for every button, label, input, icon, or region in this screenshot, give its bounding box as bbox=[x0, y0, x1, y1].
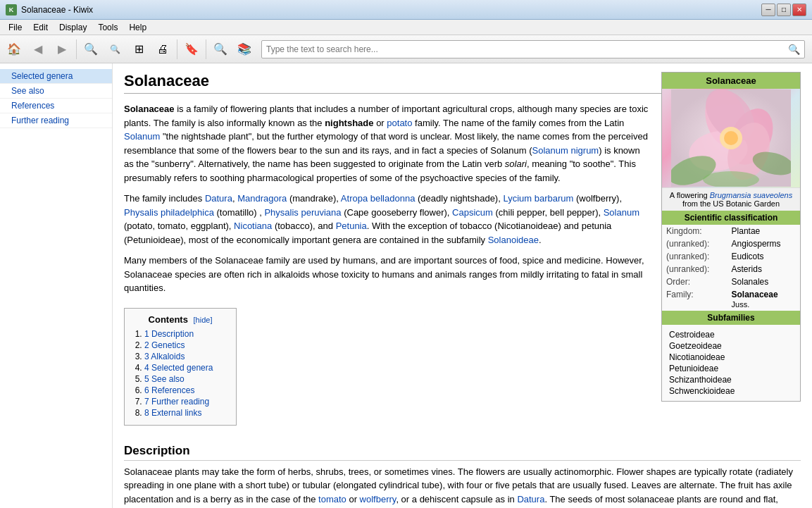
hide-link[interactable]: [hide] bbox=[194, 316, 213, 324]
main-area: Selected genera See also References Furt… bbox=[0, 63, 812, 508]
print-button[interactable]: 🖨 bbox=[151, 38, 174, 61]
infobox-image bbox=[662, 89, 800, 187]
search-input[interactable] bbox=[266, 44, 788, 54]
toc-item-5: 5 See also bbox=[144, 374, 227, 384]
zoom-out-button[interactable]: 🔍 bbox=[104, 38, 126, 61]
toc-item-3: 3 Alkaloids bbox=[144, 352, 227, 361]
brugmansia-link[interactable]: Brugmansia suaveolens bbox=[710, 191, 792, 199]
infobox-title: Solanaceae bbox=[662, 73, 800, 89]
sidebar-item-references[interactable]: References bbox=[0, 99, 112, 113]
menubar: File Edit Display Tools Help bbox=[0, 20, 812, 35]
menu-edit[interactable]: Edit bbox=[27, 21, 54, 34]
view-button[interactable]: ⊞ bbox=[127, 38, 150, 61]
menu-file[interactable]: File bbox=[3, 21, 27, 34]
subfamily-3: Nicotianoideae bbox=[666, 352, 796, 363]
sci-value-unranked3: Asterids bbox=[727, 263, 800, 275]
subfamily-1: Cestroideae bbox=[666, 329, 796, 340]
minimize-button[interactable]: ─ bbox=[761, 4, 775, 16]
toc-link-6[interactable]: 6 References bbox=[144, 385, 194, 395]
sci-label-unranked1: (unranked): bbox=[662, 237, 727, 250]
subfamily-6: Schwenckioideae bbox=[666, 385, 796, 397]
toolbar-sep-2 bbox=[177, 39, 177, 59]
mandragora-link[interactable]: Mandragora bbox=[237, 193, 287, 204]
sci-label-order: Order: bbox=[662, 275, 727, 288]
toolbar-sep-1 bbox=[76, 39, 77, 59]
sci-value-kingdom: Plantae bbox=[727, 225, 800, 237]
subfamily-4: Petunioideae bbox=[666, 363, 796, 374]
table-row: Order: Solanales bbox=[662, 275, 800, 288]
nicotiana-link[interactable]: Nicotiana bbox=[234, 221, 272, 231]
subfamilies-title: Subfamilies bbox=[662, 311, 800, 325]
search-submit-icon[interactable]: 🔍 bbox=[788, 44, 800, 55]
physalis-p-link[interactable]: Physalis philadelphica bbox=[124, 207, 214, 218]
find-button[interactable]: 🔍 bbox=[209, 38, 232, 61]
atropa-link[interactable]: Atropa belladonna bbox=[341, 193, 416, 204]
sci-value-family: SolanaceaeJuss. bbox=[727, 288, 800, 311]
app-icon: K bbox=[6, 4, 17, 16]
forward-button[interactable]: ▶ bbox=[51, 38, 73, 61]
toc-item-1: 1 Description bbox=[144, 329, 227, 339]
svg-point-7 bbox=[724, 131, 738, 145]
wolfberry-link[interactable]: wolfberry bbox=[360, 494, 396, 504]
capsicum-link[interactable]: Capsicum bbox=[452, 207, 493, 218]
solanum2-link[interactable]: Solanum bbox=[604, 207, 639, 218]
sidebar-item-see-also[interactable]: See also bbox=[0, 84, 112, 99]
contents-list: 1 Description 2 Genetics 3 Alkaloids 4 S… bbox=[144, 329, 227, 418]
sci-label-kingdom: Kingdom: bbox=[662, 225, 727, 237]
potato-link[interactable]: potato bbox=[387, 118, 412, 128]
toc-link-1[interactable]: 1 Description bbox=[144, 329, 194, 339]
toolbar-sep-3 bbox=[206, 39, 206, 59]
sci-label-family: Family: bbox=[662, 288, 727, 311]
table-row: Family: SolanaceaeJuss. bbox=[662, 288, 800, 311]
menu-display[interactable]: Display bbox=[54, 21, 92, 34]
back-button[interactable]: ◀ bbox=[27, 38, 49, 61]
close-button[interactable]: ✕ bbox=[792, 4, 806, 16]
flower-svg bbox=[671, 89, 791, 187]
sci-value-order: Solanales bbox=[727, 275, 800, 288]
contents-title: Contents [hide] bbox=[133, 314, 227, 325]
sidebar-item-further-reading[interactable]: Further reading bbox=[0, 113, 112, 128]
toc-link-8[interactable]: 8 External links bbox=[144, 408, 201, 418]
table-row: Kingdom: Plantae bbox=[662, 225, 800, 237]
toc-link-5[interactable]: 5 See also bbox=[144, 374, 185, 384]
toc-item-6: 6 References bbox=[144, 385, 227, 395]
sidebar-item-selected-genera[interactable]: Selected genera bbox=[0, 69, 112, 84]
menu-tools[interactable]: Tools bbox=[92, 21, 123, 34]
infobox: Solanaceae bbox=[661, 72, 801, 402]
subfamily-5: Schizanthoideae bbox=[666, 374, 796, 385]
solanum-link[interactable]: Solanum bbox=[124, 131, 160, 142]
library-button[interactable]: 📚 bbox=[233, 38, 256, 61]
left-sidebar: Selected genera See also References Furt… bbox=[0, 63, 113, 508]
maximize-button[interactable]: □ bbox=[777, 4, 791, 16]
titlebar: K Solanaceae - Kiwix ─ □ ✕ bbox=[0, 0, 812, 20]
bookmark-button[interactable]: 🔖 bbox=[180, 38, 203, 61]
home-button[interactable]: 🏠 bbox=[3, 38, 25, 61]
sci-class-table: Kingdom: Plantae (unranked): Angiosperms… bbox=[662, 225, 800, 311]
title-text: Solanaceae - Kiwix bbox=[21, 5, 761, 15]
zoom-in-button[interactable]: 🔍 bbox=[80, 38, 102, 61]
datura2-link[interactable]: Datura bbox=[517, 494, 544, 504]
datura-link[interactable]: Datura bbox=[205, 193, 232, 204]
solanoideae-link[interactable]: Solanoideae bbox=[488, 235, 539, 245]
article-area: Solanaceae bbox=[113, 63, 812, 508]
solanum-nigrum-link[interactable]: Solanum nigrum bbox=[532, 145, 599, 156]
toc-item-2: 2 Genetics bbox=[144, 340, 227, 350]
window-controls: ─ □ ✕ bbox=[761, 4, 806, 16]
physalis-link[interactable]: Physalis peruviana bbox=[264, 207, 341, 218]
sci-label-unranked2: (unranked): bbox=[662, 250, 727, 263]
sci-value-unranked2: Eudicots bbox=[727, 250, 800, 263]
table-row: (unranked): Eudicots bbox=[662, 250, 800, 263]
petunia-link[interactable]: Petunia bbox=[336, 221, 367, 231]
toc-link-7[interactable]: 7 Further reading bbox=[144, 397, 209, 407]
tomato-link[interactable]: tomato bbox=[318, 494, 346, 504]
menu-help[interactable]: Help bbox=[123, 21, 152, 34]
toc-link-2[interactable]: 2 Genetics bbox=[144, 340, 185, 350]
sci-label-unranked3: (unranked): bbox=[662, 263, 727, 275]
table-row: (unranked): Asterids bbox=[662, 263, 800, 275]
toc-link-3[interactable]: 3 Alkaloids bbox=[144, 352, 185, 361]
toc-item-8: 8 External links bbox=[144, 408, 227, 418]
sci-class-title: Scientific classification bbox=[662, 211, 800, 225]
toc-link-4[interactable]: 4 Selected genera bbox=[144, 363, 213, 373]
lycium-link[interactable]: Lycium barbarum bbox=[503, 193, 573, 204]
search-bar: 🔍 bbox=[261, 40, 805, 58]
